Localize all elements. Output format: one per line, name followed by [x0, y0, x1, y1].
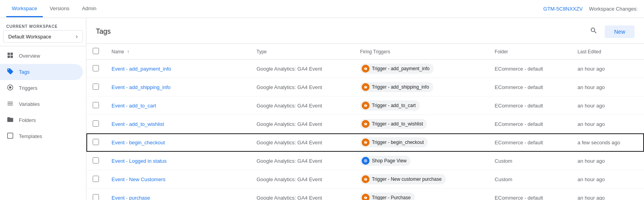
trigger-icon [362, 65, 370, 73]
sidebar-item-folders[interactable]: Folders [0, 112, 83, 128]
tag-link[interactable]: Event - purchase [112, 195, 150, 200]
main-header: Tags New [86, 18, 644, 44]
trigger-badge[interactable]: Trigger - New customer purchase [360, 174, 446, 184]
row-type-cell: Google Analytics: GA4 Event [250, 78, 354, 96]
row-checkbox-cell [86, 152, 105, 170]
tag-link[interactable]: Event - Logged in status [112, 158, 166, 164]
row-type-cell: Google Analytics: GA4 Event [250, 189, 354, 200]
tag-link[interactable]: Event - add_to_wishlist [112, 121, 164, 127]
svg-point-5 [9, 86, 11, 89]
tag-link[interactable]: Event - add_shipping_info [112, 84, 170, 90]
trigger-badge[interactable]: Trigger - add_payment_info [360, 64, 434, 74]
row-trigger-cell: Trigger - Purchase [354, 189, 488, 200]
col-header-folder[interactable]: Folder [488, 44, 571, 60]
triggers-icon [6, 84, 14, 92]
row-checkbox-cell [86, 189, 105, 200]
nav-tab-admin[interactable]: Admin [77, 1, 102, 17]
row-name-cell: Event - Logged in status [105, 152, 250, 170]
row-type-cell: Google Analytics: GA4 Event [250, 96, 354, 115]
trigger-badge[interactable]: Trigger - add_to_cart [360, 100, 420, 111]
tag-icon [6, 68, 14, 76]
row-checkbox[interactable] [93, 194, 99, 200]
col-header-last-edited[interactable]: Last Edited [571, 44, 644, 60]
sidebar-item-overview[interactable]: Overview [0, 48, 83, 64]
svg-rect-1 [11, 53, 13, 55]
new-button[interactable]: New [605, 25, 635, 38]
row-checkbox[interactable] [93, 84, 99, 90]
trigger-label: Trigger - Purchase [372, 195, 411, 200]
header-actions: New [587, 24, 635, 39]
row-checkbox-cell [86, 170, 105, 189]
row-checkbox[interactable] [93, 157, 99, 164]
trigger-label: Shop Page View [372, 158, 407, 164]
row-folder-cell: Custom [488, 152, 571, 170]
row-folder-cell: Custom [488, 170, 571, 189]
svg-rect-0 [7, 53, 10, 55]
variables-icon [6, 100, 14, 108]
row-edited-cell: an hour ago [571, 152, 644, 170]
row-checkbox[interactable] [93, 65, 99, 71]
row-checkbox-cell [86, 133, 105, 152]
sidebar-item-label-tags: Tags [19, 69, 29, 75]
trigger-icon [362, 120, 370, 128]
trigger-badge[interactable]: Trigger - add_shipping_info [360, 82, 433, 92]
sidebar-item-label-triggers: Triggers [19, 85, 37, 91]
search-button[interactable] [587, 24, 600, 39]
row-type-cell: Google Analytics: GA4 Event [250, 170, 354, 189]
row-name-cell: Event - add_payment_info [105, 60, 250, 78]
workspace-selector[interactable]: Default Workspace › [3, 30, 83, 43]
table-row: Event - New Customers Google Analytics: … [86, 170, 644, 189]
nav-tab-workspace[interactable]: Workspace [6, 1, 43, 17]
row-checkbox[interactable] [93, 120, 99, 127]
tag-link[interactable]: Event - add_to_cart [112, 103, 156, 109]
trigger-label: Trigger - add_shipping_info [372, 84, 429, 90]
trigger-icon [362, 157, 370, 165]
table-row: Event - purchase Google Analytics: GA4 E… [86, 189, 644, 200]
select-all-checkbox[interactable] [93, 48, 99, 54]
row-checkbox[interactable] [93, 139, 99, 145]
page-title: Tags [96, 27, 111, 36]
col-header-name[interactable]: Name ↑ [105, 44, 250, 60]
tag-link[interactable]: Event - add_payment_info [112, 66, 171, 72]
row-checkbox-cell [86, 96, 105, 115]
col-header-firing-triggers[interactable]: Firing Triggers [354, 44, 488, 60]
svg-rect-3 [11, 56, 13, 58]
sidebar-item-templates[interactable]: Templates [0, 128, 83, 144]
tags-table: Name ↑ Type Firing Triggers Folder Last … [86, 44, 644, 200]
trigger-badge[interactable]: Trigger - add_to_wishlist [360, 119, 427, 129]
sidebar-item-label-templates: Templates [19, 133, 42, 139]
sidebar: CURRENT WORKSPACE Default Workspace › Ov… [0, 18, 86, 200]
tag-link[interactable]: Event - begin_checkout [112, 140, 165, 145]
col-header-type[interactable]: Type [250, 44, 354, 60]
table-row: Event - add_to_wishlist Google Analytics… [86, 115, 644, 133]
trigger-label: Trigger - add_to_cart [372, 103, 416, 108]
row-edited-cell: an hour ago [571, 96, 644, 115]
trigger-badge[interactable]: Trigger - Purchase [360, 193, 415, 200]
workspace-name: Default Workspace [8, 34, 51, 40]
row-checkbox[interactable] [93, 102, 99, 108]
row-trigger-cell: Trigger - begin_checkout [354, 133, 488, 152]
sidebar-item-label-folders: Folders [19, 117, 36, 123]
trigger-label: Trigger - add_payment_info [372, 66, 430, 71]
sidebar-item-triggers[interactable]: Triggers [0, 80, 83, 96]
tag-link[interactable]: Event - New Customers [112, 176, 165, 182]
trigger-badge[interactable]: Trigger - begin_checkout [360, 137, 428, 147]
current-workspace-label: CURRENT WORKSPACE [0, 18, 86, 30]
row-checkbox-cell [86, 60, 105, 78]
row-name-cell: Event - add_to_wishlist [105, 115, 250, 133]
row-trigger-cell: Trigger - add_to_wishlist [354, 115, 488, 133]
row-name-cell: Event - add_to_cart [105, 96, 250, 115]
trigger-icon [362, 83, 370, 91]
row-folder-cell: ECommerce - default [488, 78, 571, 96]
sidebar-item-tags[interactable]: Tags [0, 64, 83, 80]
row-checkbox[interactable] [93, 176, 99, 182]
svg-point-8 [365, 160, 366, 162]
row-name-cell: Event - add_shipping_info [105, 78, 250, 96]
trigger-badge[interactable]: Shop Page View [360, 156, 411, 166]
nav-tab-versions[interactable]: Versions [44, 1, 75, 17]
top-navigation: Workspace Versions Admin GTM-5C8NXXZV Wo… [0, 0, 644, 18]
row-type-cell: Google Analytics: GA4 Event [250, 60, 354, 78]
sidebar-item-variables[interactable]: Variables [0, 96, 83, 112]
row-name-cell: Event - begin_checkout [105, 133, 250, 152]
sort-arrow-icon: ↑ [127, 49, 129, 55]
